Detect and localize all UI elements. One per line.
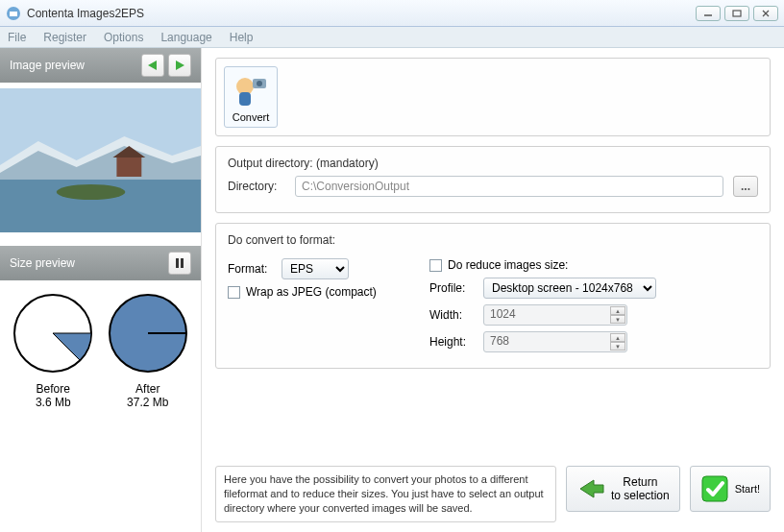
svg-rect-9 xyxy=(0,175,201,232)
svg-rect-1 xyxy=(10,12,17,16)
arrow-left-icon xyxy=(576,477,605,500)
titlebar: Contenta Images2EPS xyxy=(0,0,784,27)
format-label: Format: xyxy=(228,262,274,276)
svg-rect-21 xyxy=(239,92,251,106)
svg-marker-6 xyxy=(148,60,157,70)
after-pie-icon xyxy=(107,292,189,375)
content: Convert Output directory: (mandatory) Di… xyxy=(202,48,784,532)
size-preview-header: Size preview xyxy=(0,246,201,280)
checkmark-icon xyxy=(700,474,729,503)
directory-input[interactable] xyxy=(295,176,723,197)
after-value: 37.2 Mb xyxy=(107,396,189,409)
spin-up-icon[interactable]: ▲ xyxy=(610,306,625,315)
convert-mode-label: Convert xyxy=(233,111,270,123)
menu-register[interactable]: Register xyxy=(43,31,86,44)
checkbox-icon xyxy=(228,286,240,299)
window-title: Contenta Images2EPS xyxy=(27,7,696,20)
menu-file[interactable]: File xyxy=(8,31,26,44)
menu-options[interactable]: Options xyxy=(104,31,143,44)
width-label: Width: xyxy=(429,308,476,322)
svg-rect-13 xyxy=(116,157,141,177)
svg-marker-24 xyxy=(580,480,603,497)
app-icon xyxy=(6,6,21,21)
prev-image-button[interactable] xyxy=(141,54,164,77)
help-text: Here you have the possibility to convert… xyxy=(215,466,556,522)
close-button[interactable] xyxy=(753,6,778,21)
spin-down-icon[interactable]: ▼ xyxy=(610,342,625,351)
minimize-button[interactable] xyxy=(696,6,721,21)
start-button[interactable]: Start! xyxy=(690,466,771,512)
menu-help[interactable]: Help xyxy=(230,31,254,44)
size-preview-label: Size preview xyxy=(10,256,75,270)
svg-point-23 xyxy=(257,81,262,86)
before-pie-icon xyxy=(12,292,94,375)
spin-up-icon[interactable]: ▲ xyxy=(610,333,625,342)
svg-rect-15 xyxy=(176,258,179,268)
sidebar: Image preview Size preview xyxy=(0,48,202,532)
after-block: After 37.2 Mb xyxy=(107,382,189,409)
browse-button[interactable]: ... xyxy=(733,176,758,197)
wrap-jpeg-checkbox[interactable]: Wrap as JPEG (compact) xyxy=(228,285,410,299)
reduce-size-checkbox[interactable]: Do reduce images size: xyxy=(429,258,758,272)
return-button[interactable]: Returnto selection xyxy=(566,466,680,512)
before-label: Before xyxy=(12,382,94,396)
svg-rect-3 xyxy=(733,11,741,16)
pause-button[interactable] xyxy=(168,252,191,275)
height-input[interactable]: 768▲▼ xyxy=(483,331,627,352)
before-value: 3.6 Mb xyxy=(12,396,94,409)
menubar: File Register Options Language Help xyxy=(0,27,784,48)
output-group: Output directory: (mandatory) Directory:… xyxy=(215,146,771,213)
height-label: Height: xyxy=(429,335,476,349)
spin-down-icon[interactable]: ▼ xyxy=(610,315,625,324)
convert-mode-button[interactable]: Convert xyxy=(224,66,278,128)
directory-label: Directory: xyxy=(228,180,285,193)
wrap-jpeg-label: Wrap as JPEG (compact) xyxy=(246,285,377,299)
convert-icon xyxy=(232,71,270,109)
format-select[interactable]: EPS xyxy=(282,258,349,279)
mode-toolbar: Convert xyxy=(215,58,771,136)
next-image-button[interactable] xyxy=(168,54,191,77)
width-input[interactable]: 1024▲▼ xyxy=(483,304,627,326)
svg-point-12 xyxy=(57,184,126,200)
maximize-button[interactable] xyxy=(724,6,749,21)
output-group-label: Output directory: (mandatory) xyxy=(228,157,758,170)
svg-rect-25 xyxy=(702,476,727,501)
format-group: Do convert to format: Format: EPS Wrap a… xyxy=(215,223,771,369)
preview-image xyxy=(0,88,201,232)
checkbox-icon xyxy=(429,259,442,272)
image-preview-label: Image preview xyxy=(10,59,85,72)
profile-label: Profile: xyxy=(429,281,476,295)
before-block: Before 3.6 Mb xyxy=(12,382,94,409)
profile-select[interactable]: Desktop screen - 1024x768 xyxy=(483,278,656,299)
svg-marker-7 xyxy=(176,60,184,70)
after-label: After xyxy=(107,382,189,396)
image-preview-header: Image preview xyxy=(0,48,201,83)
reduce-size-label: Do reduce images size: xyxy=(448,258,568,272)
svg-rect-16 xyxy=(181,258,184,268)
format-group-label: Do convert to format: xyxy=(228,233,758,247)
menu-language[interactable]: Language xyxy=(160,31,211,44)
